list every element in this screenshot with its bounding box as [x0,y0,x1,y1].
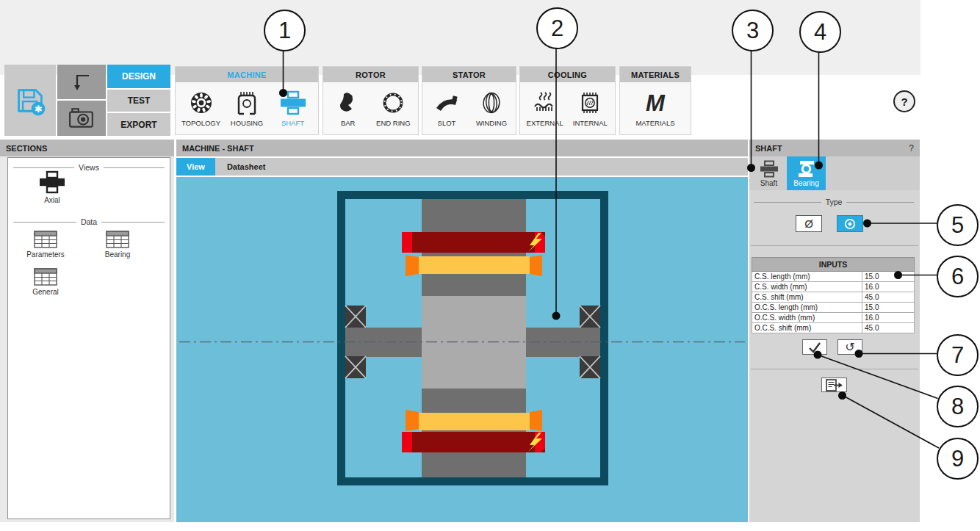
ribbon-item-label: EXTERNAL [527,119,563,127]
axial-view-icon [38,170,66,194]
ribbon-group-stator: STATOR SLOT WINDING [422,66,516,135]
design-mode-button[interactable]: DESIGN [107,65,170,88]
shaft-panel-tabstrip: Shaft Bearing [749,156,920,190]
sidebar-item-axial-view[interactable]: Axial [23,170,82,204]
apply-button[interactable] [802,339,827,355]
winding-icon [479,90,504,115]
sidebar-item-general-data[interactable]: General [16,268,75,296]
ribbon-item-end-ring[interactable]: END RING [372,90,414,127]
reset-icon: ↺ [845,342,854,353]
ribbon-item-internal-cooling[interactable]: INTERNAL [569,90,610,127]
tab-view[interactable]: View [176,158,215,176]
input-value[interactable]: 45.0 [862,292,915,303]
input-value[interactable]: 15.0 [862,272,915,282]
ribbon-item-slot[interactable]: SLOT [426,90,467,127]
shaft-icon [280,90,306,115]
ribbon-item-label: HOUSING [231,119,263,127]
ribbon-item-bar[interactable]: BAR [328,90,369,127]
table-row: O.C.S. shift (mm)45.0 [752,323,915,333]
reset-button[interactable]: ↺ [837,339,862,355]
help-icon: ? [901,95,907,108]
machine-view-canvas[interactable] [176,177,748,522]
tab-bearing-properties[interactable]: Bearing [787,156,826,190]
data-group-divider: Data [13,217,165,226]
group-title-stator: STATOR [422,67,516,82]
undo-icon [71,71,93,93]
bottom-winding [402,432,545,452]
external-cooling-icon [533,90,558,115]
input-value[interactable]: 45.0 [862,323,915,333]
views-group-label: Views [79,163,99,172]
table-icon [34,268,57,286]
data-group-label: Data [81,217,97,226]
main-tab-bar: View Datasheet [176,158,748,176]
shaft-panel: Shaft Bearing Type Ø I [749,156,920,522]
callout-6: 6 [937,256,979,297]
tab-shaft-properties[interactable]: Shaft [751,156,787,190]
top-winding [402,232,545,253]
save-icon: ✱ [14,84,46,117]
housing-icon [234,90,259,116]
save-button[interactable]: ✱ [4,65,56,136]
camera-button[interactable] [57,101,106,136]
input-label: O.C.S. shift (mm) [752,323,862,333]
machine-axial-view-drawing [176,177,748,522]
help-button[interactable]: ? [893,90,915,112]
ribbon-item-label: SHAFT [281,119,304,127]
table-row: C.S. length (mm)15.0 [752,272,915,282]
input-value[interactable]: 15.0 [862,303,915,313]
callout-4: 4 [799,11,841,53]
group-title-machine: MACHINE [176,67,318,82]
callout-5: 5 [937,204,979,246]
shaft-tab-icon [760,160,779,178]
ribbon-group-machine: MACHINE [175,66,319,135]
sidebar-item-bearing-data[interactable]: Bearing [88,231,147,259]
export-mode-button[interactable]: EXPORT [107,113,170,136]
type-group-label: Type [826,198,843,206]
ribbon-item-winding[interactable]: WINDING [471,90,512,127]
top-end-ring [406,255,542,276]
bearing-type-ball-button[interactable] [837,215,863,232]
tab-datasheet[interactable]: Datasheet [217,158,276,176]
group-title-cooling: COOLING [520,67,615,82]
panel-help-icon[interactable]: ? [909,143,914,153]
internal-cooling-icon [577,90,602,116]
ribbon-group-rotor: ROTOR BAR END RING [323,66,419,135]
inputs-table: INPUTS C.S. length (mm)15.0 C.S. width (… [752,257,915,333]
export-datasheet-button[interactable] [821,378,847,392]
export-datasheet-icon [826,379,843,391]
ribbon-item-shaft[interactable]: SHAFT [273,90,314,127]
callout-2: 2 [536,7,578,49]
slot-icon [434,90,459,115]
undo-button[interactable] [57,65,106,99]
no-bearing-type-icon: Ø [804,217,813,230]
ribbon-toolbar [0,0,920,75]
bottom-end-ring [406,410,542,431]
ribbon-item-housing[interactable]: HOUSING [226,90,267,127]
ribbon-item-topology[interactable]: TOPOLOGY [181,90,222,127]
sidebar-item-parameters[interactable]: Parameters [16,231,75,259]
ribbon-item-label: MATERIALS [635,119,674,127]
bearing-type-none-button[interactable]: Ø [796,215,822,232]
callout-3: 3 [732,10,774,51]
main-panel-header: MACHINE - SHAFT [176,140,748,156]
input-value[interactable]: 16.0 [862,313,915,323]
ribbon-item-materials[interactable]: M MATERIALS [635,90,676,127]
ribbon-item-external-cooling[interactable]: EXTERNAL [525,90,566,127]
bearing-data-label: Bearing [105,250,130,259]
end-ring-icon [381,90,406,115]
shaft-panel-header: SHAFT ? [749,140,920,156]
input-label: C.S. width (mm) [752,282,862,292]
test-mode-button[interactable]: TEST [107,90,170,112]
table-row: O.C.S. width (mm)16.0 [752,313,915,323]
bar-icon [336,90,361,115]
input-value[interactable]: 16.0 [862,282,915,292]
callout-1: 1 [264,10,306,51]
ribbon-item-label: BAR [341,119,356,127]
shaft-panel-title: SHAFT [755,144,782,153]
bearing-tab-icon [797,160,815,178]
ribbon-item-label: INTERNAL [573,119,608,127]
table-icon [34,231,57,248]
sections-panel-header: SECTIONS [0,140,174,156]
general-data-label: General [32,288,59,296]
